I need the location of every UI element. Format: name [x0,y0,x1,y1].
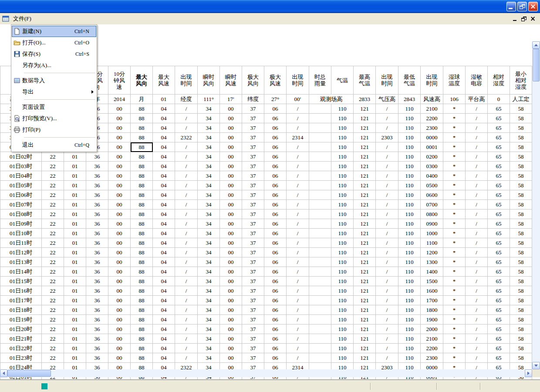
grid-cell[interactable]: 34 [198,229,220,238]
grid-cell[interactable]: 0400 [421,171,443,181]
grid-cell[interactable]: 2200 [421,344,443,353]
menu-item-save-as[interactable]: 另存为(A)... [12,60,96,71]
grid-cell[interactable]: 04 [153,353,175,363]
menu-file[interactable]: 文件(F) [9,14,35,24]
grid-cell[interactable]: 2322 [175,133,198,142]
grid-cell[interactable]: 121 [354,286,376,296]
grid-cell[interactable]: 121 [354,344,376,353]
grid-cell[interactable]: 00 [220,296,242,305]
grid-cell[interactable]: 65 [488,277,510,286]
grid-cell[interactable]: / [376,219,398,229]
grid-cell[interactable]: 1200 [421,248,443,257]
grid-cell[interactable]: / [376,305,398,315]
grid-cell[interactable]: 00 [108,277,131,286]
grid-cell[interactable]: 0800 [421,210,443,219]
grid-cell[interactable] [309,210,331,219]
row-label-cell[interactable]: 01日23时 [0,353,42,363]
grid-cell[interactable]: 121 [354,152,376,162]
grid-cell[interactable]: 37 [242,229,264,238]
row-label-cell[interactable]: 01日18时 [0,305,42,315]
grid-cell[interactable]: / [466,219,488,229]
grid-cell[interactable]: 06 [264,353,287,363]
grid-cell[interactable]: 00 [108,248,131,257]
grid-cell[interactable]: / [175,296,198,305]
grid-cell[interactable]: 37 [242,305,264,315]
grid-cell[interactable]: 01 [64,296,86,305]
grid-cell[interactable]: * [443,104,466,114]
grid-cell[interactable]: 00 [220,257,242,267]
grid-cell[interactable]: 22 [42,229,64,238]
grid-cell[interactable]: * [443,181,466,190]
param-cell[interactable]: 106 [443,95,466,104]
grid-cell[interactable]: 36 [86,267,108,277]
grid-cell[interactable]: 06 [264,267,287,277]
grid-cell[interactable]: 88 [131,219,153,229]
grid-cell[interactable] [309,219,331,229]
row-label-cell[interactable]: 01日10时 [0,229,42,238]
grid-cell[interactable]: 65 [488,315,510,324]
grid-cell[interactable]: 121 [354,133,376,142]
grid-cell[interactable]: / [175,181,198,190]
grid-cell[interactable]: 00 [108,324,131,334]
grid-cell[interactable]: 04 [153,181,175,190]
grid-cell[interactable]: 06 [264,296,287,305]
grid-cell[interactable]: / [175,315,198,324]
grid-cell[interactable]: 36 [86,229,108,238]
grid-cell[interactable]: 36 [86,286,108,296]
grid-cell[interactable]: / [376,171,398,181]
grid-cell[interactable]: / [287,257,309,267]
grid-cell[interactable]: / [466,277,488,286]
grid-cell[interactable]: 110 [331,171,354,181]
grid-cell[interactable]: * [443,296,466,305]
grid-cell[interactable]: / [466,171,488,181]
grid-cell[interactable]: 22 [42,305,64,315]
grid-cell[interactable]: 65 [488,324,510,334]
grid-cell[interactable]: 06 [264,334,287,344]
grid-cell[interactable]: 36 [86,324,108,334]
param-cell[interactable]: 00′ [287,95,309,104]
row-label-cell[interactable]: 01日12时 [0,248,42,257]
grid-cell[interactable]: 1300 [421,257,443,267]
grid-cell[interactable]: 04 [153,286,175,296]
grid-cell[interactable]: 22 [42,219,64,229]
grid-cell[interactable] [309,114,331,123]
grid-cell[interactable] [309,344,331,353]
grid-cell[interactable]: 110 [398,353,421,363]
grid-cell[interactable]: * [443,133,466,142]
grid-cell[interactable]: 121 [354,219,376,229]
grid-cell[interactable]: 00 [108,267,131,277]
grid-cell[interactable]: / [376,190,398,200]
grid-cell[interactable]: * [443,344,466,353]
grid-cell[interactable]: 121 [354,104,376,114]
grid-cell[interactable] [309,152,331,162]
grid-cell[interactable]: 110 [331,104,354,114]
grid-cell[interactable] [309,296,331,305]
grid-cell[interactable]: 58 [510,296,532,305]
grid-cell[interactable]: / [376,353,398,363]
grid-cell[interactable]: 04 [153,114,175,123]
grid-cell[interactable]: / [287,229,309,238]
grid-cell[interactable]: 65 [488,133,510,142]
grid-cell[interactable]: 110 [398,142,421,152]
grid-cell[interactable]: 121 [354,238,376,248]
grid-cell[interactable]: 121 [354,142,376,152]
menu-item-page-setup[interactable]: 页面设置 [12,101,96,113]
grid-cell[interactable] [309,286,331,296]
grid-cell[interactable]: * [443,123,466,133]
grid-cell[interactable]: 37 [242,344,264,353]
scroll-down-button[interactable] [532,362,540,369]
grid-cell[interactable]: 00 [108,315,131,324]
grid-cell[interactable]: / [175,267,198,277]
grid-cell[interactable]: / [466,152,488,162]
grid-cell[interactable]: 110 [331,344,354,353]
grid-cell[interactable]: 0200 [421,152,443,162]
grid-cell[interactable]: * [443,142,466,152]
grid-cell[interactable]: 04 [153,315,175,324]
grid-cell[interactable]: 58 [510,219,532,229]
grid-cell[interactable]: / [376,104,398,114]
grid-cell[interactable]: 00 [220,142,242,152]
grid-cell[interactable]: 01 [64,162,86,171]
grid-cell[interactable]: 110 [331,114,354,123]
grid-cell[interactable]: 58 [510,324,532,334]
grid-cell[interactable]: 88 [131,181,153,190]
